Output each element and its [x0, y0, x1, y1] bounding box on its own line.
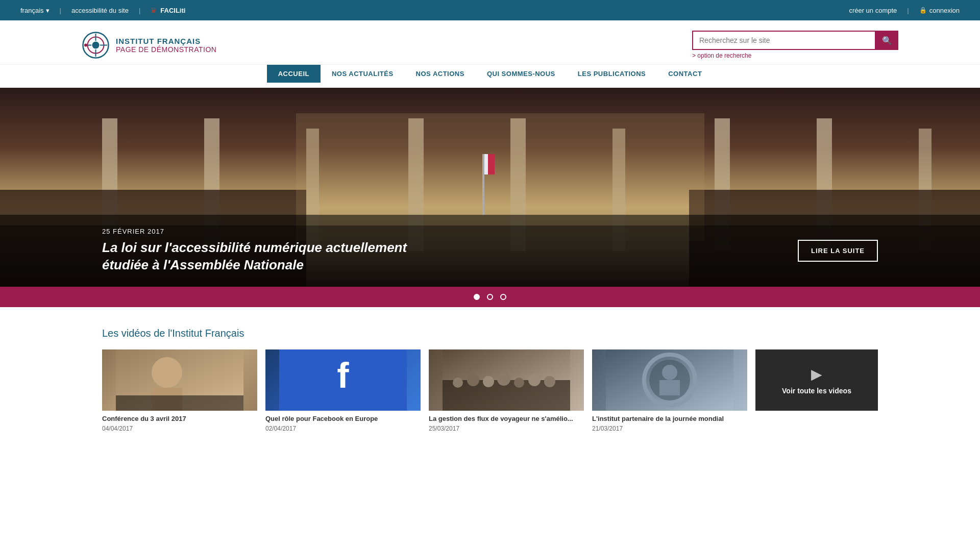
see-all-thumb: ▶ Voir toute les videos: [755, 349, 878, 411]
header: INSTITUT FRANÇAIS PAGE DE DÉMONSTRATION …: [0, 20, 980, 65]
svg-rect-23: [484, 154, 488, 174]
logo-icon: [82, 31, 110, 59]
videos-section-title: Les vidéos de l'Institut Français: [102, 328, 878, 339]
slider-dot-2[interactable]: [487, 294, 493, 300]
accessibility-link[interactable]: accessibilité du site: [71, 7, 129, 14]
separator: |: [60, 7, 61, 14]
slider-dot-1[interactable]: [474, 294, 480, 300]
videos-grid: Conférence du 3 avril 2017 04/04/2017 f …: [102, 349, 878, 432]
see-all-label: Voir toute les videos: [782, 387, 851, 395]
svg-point-2: [92, 41, 100, 48]
separator3: |: [907, 7, 909, 14]
logo-text: INSTITUT FRANÇAIS PAGE DE DÉMONSTRATION: [116, 37, 216, 54]
top-bar-right: créer un compte | 🔒 connexion: [849, 7, 960, 14]
video-thumb-1: [102, 349, 257, 411]
video-card-2[interactable]: f Quel rôle pour Facebook en Europe 02/0…: [265, 349, 421, 432]
video-title-2: Quel rôle pour Facebook en Europe: [265, 415, 421, 423]
svg-point-41: [544, 376, 555, 387]
main-nav: ACCUEIL NOS ACTUALITÉS NOS ACTIONS QUI S…: [0, 65, 980, 88]
video-date-1: 04/04/2017: [102, 425, 257, 432]
svg-point-27: [152, 357, 182, 388]
nav-item-actions[interactable]: NOS ACTIONS: [405, 65, 476, 83]
video-thumb-3: [429, 349, 584, 411]
video-thumb-2: f: [265, 349, 421, 411]
svg-point-38: [497, 372, 510, 386]
hero-title: La loi sur l'accessibilité numérique act…: [102, 239, 408, 274]
see-all-videos-card[interactable]: ▶ Voir toute les videos: [755, 349, 878, 432]
svg-rect-24: [488, 154, 495, 174]
video-date-2: 02/04/2017: [265, 425, 421, 432]
hero-content: 25 FÉVRIER 2017 La loi sur l'accessibili…: [102, 228, 408, 274]
nav-item-contact[interactable]: CONTACT: [657, 65, 713, 83]
top-bar: français ▾ | accessibilité du site | ♛ F…: [0, 0, 980, 20]
lock-icon: 🔒: [919, 7, 927, 14]
video-date-3: 25/03/2017: [429, 425, 584, 432]
search-input[interactable]: [692, 31, 876, 50]
svg-text:f: f: [337, 356, 349, 395]
search-icon: 🔍: [882, 36, 892, 45]
faciliti-logo[interactable]: ♛ FACILiti: [151, 6, 185, 14]
nav-item-qui-sommes-nous[interactable]: QUI SOMMES-NOUS: [476, 65, 567, 83]
create-account-link[interactable]: créer un compte: [849, 7, 897, 14]
hero-cta-button[interactable]: LIRE LA SUITE: [798, 240, 878, 262]
hero-date: 25 FÉVRIER 2017: [102, 228, 408, 235]
video-card-4[interactable]: L'institut partenaire de la journée mond…: [592, 349, 747, 432]
faciliti-crown-icon: ♛: [151, 6, 157, 14]
chevron-down-icon: ▾: [46, 7, 50, 14]
video-4-illustration: [592, 349, 747, 411]
video-3-illustration: [429, 349, 584, 411]
video-title-3: La gestion des flux de voyageur ne s'amé…: [429, 415, 584, 423]
nav-item-accueil[interactable]: ACCUEIL: [267, 65, 321, 83]
search-option-link[interactable]: > option de recherche: [692, 52, 751, 59]
video-date-4: 21/03/2017: [592, 425, 747, 432]
video-card-1[interactable]: Conférence du 3 avril 2017 04/04/2017: [102, 349, 257, 432]
search-button[interactable]: 🔍: [876, 31, 898, 50]
svg-point-45: [662, 365, 677, 380]
svg-point-7: [84, 43, 87, 46]
video-1-illustration: [102, 349, 257, 411]
search-box: 🔍: [692, 31, 898, 50]
svg-point-36: [467, 374, 479, 386]
login-link[interactable]: 🔒 connexion: [919, 7, 960, 14]
search-area: 🔍 > option de recherche: [692, 31, 898, 59]
video-title-1: Conférence du 3 avril 2017: [102, 415, 257, 423]
hero-section: 25 FÉVRIER 2017 La loi sur l'accessibili…: [0, 88, 980, 287]
slider-dot-3[interactable]: [500, 294, 506, 300]
logo-area[interactable]: INSTITUT FRANÇAIS PAGE DE DÉMONSTRATION: [82, 31, 216, 59]
svg-rect-21: [482, 154, 484, 215]
videos-section: Les vidéos de l'Institut Français: [0, 307, 980, 442]
play-icon: ▶: [811, 366, 822, 383]
svg-point-37: [483, 376, 494, 387]
nav-item-publications[interactable]: LES PUBLICATIONS: [567, 65, 657, 83]
svg-point-40: [528, 374, 541, 386]
video-thumb-4: [592, 349, 747, 411]
video-title-4: L'institut partenaire de la journée mond…: [592, 415, 747, 423]
svg-rect-29: [116, 395, 243, 411]
slider-dots: [0, 287, 980, 307]
video-card-3[interactable]: La gestion des flux de voyageur ne s'amé…: [429, 349, 584, 432]
svg-point-35: [453, 378, 463, 388]
video-2-illustration: f: [265, 349, 421, 411]
hero-overlay: 25 FÉVRIER 2017 La loi sur l'accessibili…: [0, 215, 980, 287]
language-selector[interactable]: français ▾: [20, 7, 50, 14]
separator2: |: [139, 7, 140, 14]
svg-rect-46: [659, 380, 680, 395]
nav-item-actualites[interactable]: NOS ACTUALITÉS: [321, 65, 405, 83]
svg-point-39: [514, 378, 524, 388]
top-bar-left: français ▾ | accessibilité du site | ♛ F…: [20, 6, 185, 14]
